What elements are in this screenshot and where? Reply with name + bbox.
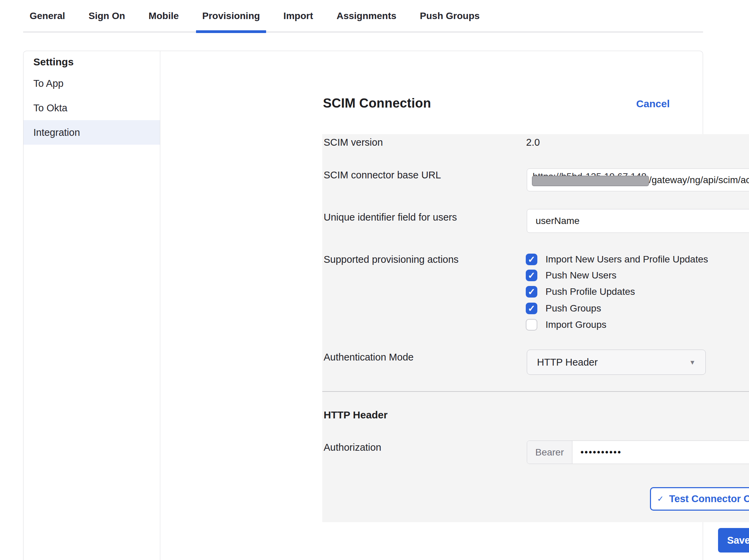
- page-title: SCIM Connection: [323, 96, 431, 111]
- authorization-input-group: Bearer ••••••••••: [527, 441, 749, 464]
- unique-identifier-value: userName: [536, 215, 580, 226]
- checkbox-row-push-new-users: Push New Users: [526, 270, 617, 281]
- authentication-mode-select[interactable]: HTTP Header ▼: [527, 350, 706, 375]
- authentication-mode-label: Authentication Mode: [324, 351, 413, 363]
- authentication-mode-value: HTTP Header: [537, 357, 598, 368]
- scim-connector-base-url-input[interactable]: https://h5bd-135.19.67.148.ngrok.io /gat…: [527, 169, 749, 191]
- sidebar-item-to-okta[interactable]: To Okta: [23, 96, 160, 120]
- cancel-link-top[interactable]: Cancel: [636, 98, 670, 110]
- checkbox-label: Push New Users: [546, 270, 617, 281]
- provisioning-card: Settings To App To Okta Integration SCIM…: [23, 51, 703, 560]
- url-visible-tail: /gateway/ng/api/scim/acc: [649, 175, 749, 186]
- tab-sign-on[interactable]: Sign On: [88, 0, 125, 32]
- test-connector-configuration-button[interactable]: ✓ Test Connector Configuration: [650, 487, 749, 511]
- chevron-down-icon: ▼: [689, 359, 696, 366]
- scim-version-label: SCIM version: [324, 136, 383, 148]
- scim-connection-section: SCIM version 2.0 SCIM connector base URL…: [322, 134, 749, 391]
- settings-sidebar: Settings To App To Okta Integration: [23, 51, 160, 560]
- checkbox-row-import-groups: Import Groups: [526, 319, 606, 331]
- checkbox-label: Import New Users and Profile Updates: [546, 254, 708, 265]
- checkbox-label: Push Profile Updates: [546, 286, 635, 297]
- redacted-url-region: https://h5bd-135.19.67.148.ngrok.io: [532, 170, 649, 190]
- tab-push-groups[interactable]: Push Groups: [420, 0, 480, 32]
- app-tab-bar: General Sign On Mobile Provisioning Impo…: [23, 0, 703, 32]
- bearer-prefix: Bearer: [527, 441, 572, 464]
- tab-general[interactable]: General: [30, 0, 65, 32]
- sidebar-items: To App To Okta Integration: [23, 71, 160, 145]
- checkbox-push-groups[interactable]: [526, 303, 537, 314]
- base-url-label: SCIM connector base URL: [324, 169, 441, 181]
- checkbox-label: Push Groups: [546, 303, 601, 314]
- sidebar-title: Settings: [23, 54, 160, 69]
- checkbox-row-push-groups: Push Groups: [526, 303, 601, 314]
- tab-provisioning[interactable]: Provisioning: [202, 0, 260, 32]
- scim-version-value: 2.0: [526, 136, 540, 148]
- http-header-heading: HTTP Header: [324, 409, 388, 421]
- checkbox-push-new-users[interactable]: [526, 270, 537, 281]
- provisioning-actions-label: Supported provisioning actions: [324, 253, 459, 266]
- authorization-token-input[interactable]: ••••••••••: [572, 441, 749, 464]
- checkbox-row-push-profile-updates: Push Profile Updates: [526, 286, 635, 298]
- checkbox-push-profile-updates[interactable]: [526, 286, 537, 298]
- http-header-section: HTTP Header Authorization Bearer •••••••…: [322, 391, 749, 522]
- tab-import[interactable]: Import: [283, 0, 313, 32]
- sidebar-item-to-app[interactable]: To App: [23, 71, 160, 96]
- checkbox-import-groups[interactable]: [526, 319, 537, 331]
- authorization-label: Authorization: [324, 441, 381, 453]
- redaction-bar: [532, 176, 649, 186]
- tab-assignments[interactable]: Assignments: [337, 0, 396, 32]
- integration-settings-panel: SCIM Connection Cancel SCIM version 2.0 …: [161, 51, 703, 560]
- checkbox-row-import-new-users: Import New Users and Profile Updates: [526, 254, 708, 265]
- save-button[interactable]: Save: [718, 528, 749, 553]
- check-icon: ✓: [657, 494, 664, 503]
- sidebar-item-integration[interactable]: Integration: [23, 120, 160, 145]
- checkbox-label: Import Groups: [546, 319, 606, 330]
- checkbox-import-new-users[interactable]: [526, 254, 537, 265]
- tab-mobile[interactable]: Mobile: [149, 0, 179, 32]
- unique-identifier-label: Unique identifier field for users: [324, 211, 457, 223]
- unique-identifier-input[interactable]: userName: [527, 209, 749, 233]
- test-connector-configuration-label: Test Connector Configuration: [669, 493, 749, 505]
